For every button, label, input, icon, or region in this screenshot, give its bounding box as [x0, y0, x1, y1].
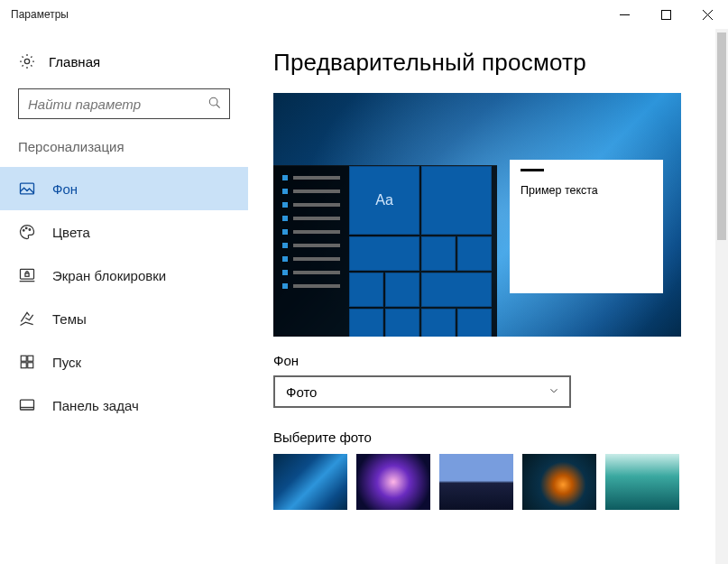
minimize-button[interactable] [604, 0, 645, 29]
sidebar-item-background[interactable]: Фон [0, 167, 248, 210]
svg-rect-16 [21, 363, 26, 368]
search-input[interactable] [28, 97, 202, 112]
window-controls [604, 0, 728, 29]
photo-thumb[interactable] [356, 454, 430, 510]
photo-thumb[interactable] [605, 454, 679, 510]
sidebar-item-label: Фон [52, 181, 78, 197]
palette-icon [18, 223, 36, 241]
preview-tile-aa: Aa [349, 166, 419, 235]
sidebar-home-label: Главная [49, 54, 100, 69]
photo-thumb[interactable] [439, 454, 513, 510]
gear-icon [18, 52, 36, 70]
svg-point-8 [23, 230, 24, 232]
vertical-scrollbar[interactable] [715, 29, 728, 564]
lockscreen-icon [18, 266, 36, 284]
choose-photo-label: Выберите фото [273, 430, 703, 445]
photo-thumb[interactable] [522, 454, 596, 510]
sidebar-item-colors[interactable]: Цвета [0, 210, 248, 254]
sidebar-item-label: Экран блокировки [52, 268, 166, 283]
sidebar-item-lockscreen[interactable]: Экран блокировки [0, 254, 248, 297]
sidebar-item-themes[interactable]: Темы [0, 297, 248, 340]
taskbar-icon [18, 396, 36, 414]
preview-area: Aa Пример текста [273, 93, 681, 337]
start-icon [18, 353, 36, 371]
titlebar: Параметры [0, 0, 728, 29]
sidebar-item-start[interactable]: Пуск [0, 340, 248, 384]
svg-point-4 [24, 59, 29, 63]
svg-rect-15 [28, 356, 33, 361]
maximize-button[interactable] [645, 0, 687, 29]
sidebar-home[interactable]: Главная [0, 45, 248, 83]
sample-text: Пример текста [521, 184, 598, 197]
preview-sample-window: Пример текста [510, 160, 663, 293]
main-pane: Предварительный просмотр Aa [248, 29, 728, 564]
sidebar-item-label: Пуск [52, 355, 81, 370]
sidebar: Главная Персонализация Фон [0, 29, 248, 564]
svg-rect-18 [21, 400, 34, 410]
background-dropdown[interactable]: Фото [273, 375, 571, 408]
svg-point-9 [25, 227, 27, 229]
background-label: Фон [273, 353, 703, 368]
search-input-wrapper[interactable] [18, 88, 230, 119]
svg-rect-13 [25, 273, 29, 276]
preview-app-list [273, 166, 349, 337]
close-button[interactable] [687, 0, 728, 29]
svg-rect-1 [661, 10, 670, 19]
page-title: Предварительный просмотр [273, 49, 703, 77]
sidebar-item-label: Цвета [52, 225, 90, 240]
search-icon [207, 96, 222, 113]
scrollbar-thumb[interactable] [717, 32, 726, 240]
sidebar-section-label: Персонализация [0, 135, 248, 167]
picture-icon [18, 180, 36, 198]
sidebar-item-label: Темы [52, 311, 87, 327]
svg-point-5 [209, 97, 217, 106]
window-title: Параметры [11, 8, 69, 21]
preview-start-menu: Aa [273, 165, 497, 337]
chevron-down-icon [548, 384, 560, 400]
sidebar-item-taskbar[interactable]: Панель задач [0, 384, 248, 427]
svg-rect-17 [28, 363, 33, 368]
themes-icon [18, 310, 36, 328]
svg-point-10 [29, 229, 31, 231]
preview-tiles: Aa [349, 166, 497, 337]
sidebar-item-label: Панель задач [52, 398, 139, 413]
photo-thumb[interactable] [273, 454, 347, 510]
svg-rect-14 [21, 356, 26, 361]
dropdown-value: Фото [286, 384, 317, 400]
photo-thumbnails [273, 454, 703, 510]
svg-rect-7 [21, 183, 34, 194]
svg-rect-11 [21, 269, 34, 279]
dash-icon [521, 169, 544, 171]
svg-line-6 [217, 105, 220, 108]
content-area: Главная Персонализация Фон [0, 29, 728, 564]
